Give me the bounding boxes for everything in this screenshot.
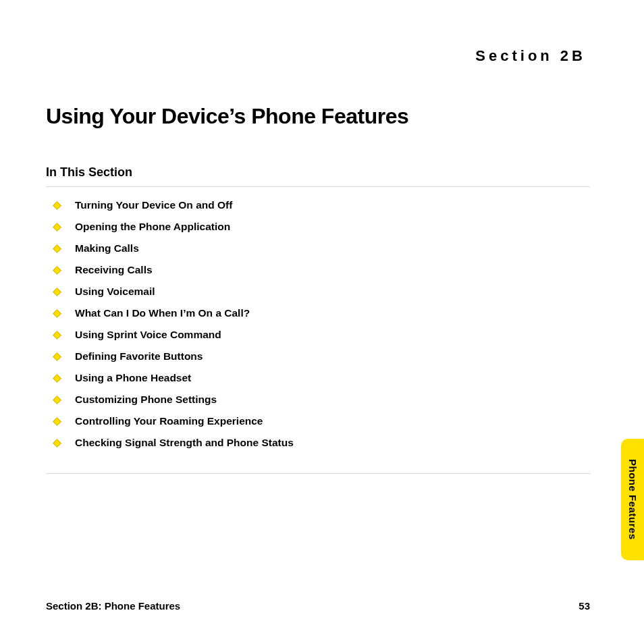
diamond-bullet-icon <box>53 201 61 210</box>
toc-link[interactable]: Using Voicemail <box>75 286 155 298</box>
toc-link[interactable]: Customizing Phone Settings <box>75 394 217 406</box>
list-item: Using Sprint Voice Command <box>54 329 590 341</box>
toc-link[interactable]: Using Sprint Voice Command <box>75 329 221 341</box>
document-page: Section 2B Using Your Device’s Phone Fea… <box>0 0 644 644</box>
diamond-bullet-icon <box>53 244 61 253</box>
page-number: 53 <box>579 600 590 612</box>
toc-link[interactable]: Receiving Calls <box>75 264 153 276</box>
diamond-bullet-icon <box>53 288 61 296</box>
diamond-bullet-icon <box>53 223 61 232</box>
diamond-bullet-icon <box>53 439 61 448</box>
side-tab: Phone Features <box>621 439 644 560</box>
list-item: Turning Your Device On and Off <box>54 199 590 211</box>
diamond-bullet-icon <box>53 417 61 426</box>
toc-link[interactable]: Using a Phone Headset <box>75 372 191 384</box>
side-tab-label: Phone Features <box>627 459 639 540</box>
toc-link[interactable]: Defining Favorite Buttons <box>75 350 203 363</box>
toc-link[interactable]: Turning Your Device On and Off <box>75 199 232 211</box>
toc-list: Turning Your Device On and Off Opening t… <box>46 199 590 474</box>
diamond-bullet-icon <box>53 309 61 318</box>
toc-link[interactable]: Opening the Phone Application <box>75 221 230 233</box>
toc-link[interactable]: What Can I Do When I’m On a Call? <box>75 307 250 319</box>
list-item: Controlling Your Roaming Experience <box>54 415 590 427</box>
list-item: Customizing Phone Settings <box>54 394 590 406</box>
toc-link[interactable]: Checking Signal Strength and Phone Statu… <box>75 437 294 449</box>
list-item: Defining Favorite Buttons <box>54 350 590 363</box>
list-item: Using a Phone Headset <box>54 372 590 384</box>
diamond-bullet-icon <box>53 352 61 361</box>
toc-link[interactable]: Controlling Your Roaming Experience <box>75 415 263 427</box>
list-item: Checking Signal Strength and Phone Statu… <box>54 437 590 449</box>
footer-section-title: Section 2B: Phone Features <box>46 600 180 612</box>
list-item: Opening the Phone Application <box>54 221 590 233</box>
diamond-bullet-icon <box>53 266 61 275</box>
list-item: What Can I Do When I’m On a Call? <box>54 307 590 319</box>
page-footer: Section 2B: Phone Features 53 <box>46 600 590 612</box>
page-title: Using Your Device’s Phone Features <box>46 104 590 129</box>
toc-link[interactable]: Making Calls <box>75 242 139 254</box>
diamond-bullet-icon <box>53 374 61 383</box>
list-item: Receiving Calls <box>54 264 590 276</box>
in-this-section-heading: In This Section <box>46 165 590 187</box>
diamond-bullet-icon <box>53 331 61 340</box>
section-label: Section 2B <box>46 47 590 65</box>
list-item: Making Calls <box>54 242 590 254</box>
diamond-bullet-icon <box>53 396 61 404</box>
list-item: Using Voicemail <box>54 286 590 298</box>
